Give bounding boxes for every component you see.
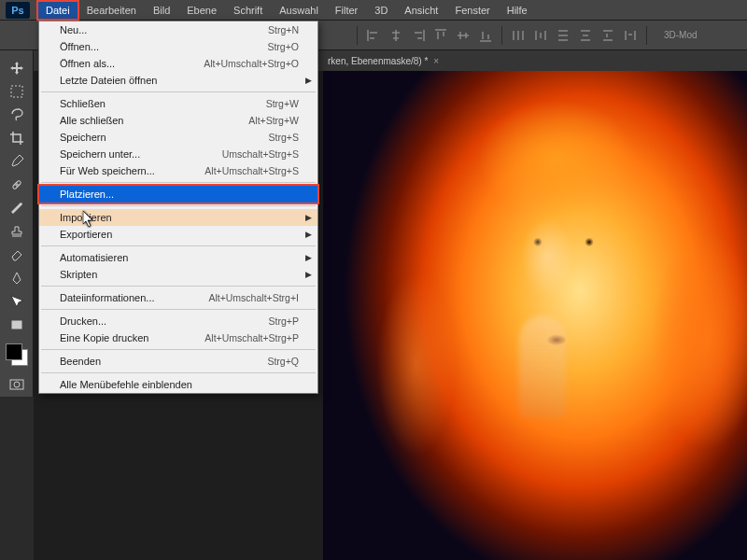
menu-hilfe[interactable]: Hilfe: [499, 1, 536, 20]
document-tab-title: rken, Ebenenmaske/8) *: [328, 56, 428, 66]
menu-item-exportieren[interactable]: Exportieren▶: [39, 226, 317, 243]
menu-item-drucken[interactable]: Drucken...Strg+P: [39, 313, 317, 329]
menu-separator: [41, 91, 316, 92]
menu-item-label: Schließen: [60, 98, 266, 109]
menu-datei[interactable]: Datei: [37, 1, 78, 20]
menu-item-neu[interactable]: Neu...Strg+N: [39, 21, 317, 38]
align-right-icon[interactable]: [410, 27, 427, 44]
align-center-v-icon[interactable]: [455, 27, 472, 44]
menu-fenster[interactable]: Fenster: [446, 1, 498, 20]
menu-item-dateiinformationen[interactable]: Dateiinformationen...Alt+Umschalt+Strg+I: [39, 289, 317, 306]
align-left-icon[interactable]: [365, 27, 382, 44]
distribute-s1-icon[interactable]: [599, 27, 616, 44]
menu-item-label: Skripten: [60, 269, 299, 280]
menu-item-beenden[interactable]: BeendenStrg+Q: [39, 353, 317, 370]
menu-item-label: Öffnen als...: [60, 58, 204, 69]
menubar: Datei Bearbeiten Bild Ebene Schrift Ausw…: [0, 0, 747, 21]
stamp-tool[interactable]: [4, 220, 30, 243]
move-tool[interactable]: [4, 57, 30, 79]
menu-item-ffnen[interactable]: Öffnen...Strg+O: [39, 38, 317, 55]
distribute-vc-icon[interactable]: [577, 27, 594, 44]
path-tool[interactable]: [4, 290, 30, 313]
menu-item-f-r-web-speichern[interactable]: Für Web speichern...Alt+Umschalt+Strg+S: [39, 162, 317, 179]
menu-item-platzieren[interactable]: Platzieren...: [39, 186, 317, 203]
separator: [357, 26, 358, 45]
menu-shortcut: Umschalt+Strg+S: [222, 148, 299, 160]
menu-separator: [41, 205, 316, 206]
menu-item-label: Beenden: [60, 356, 267, 367]
distribute-h-icon[interactable]: [510, 27, 527, 44]
menu-item-skripten[interactable]: Skripten▶: [39, 266, 317, 283]
menu-shortcut: Alt+Umschalt+Strg+S: [204, 165, 299, 176]
pen-tool[interactable]: [4, 267, 30, 289]
menu-shortcut: Strg+S: [269, 132, 299, 143]
menu-filter[interactable]: Filter: [327, 1, 366, 20]
menu-item-label: Neu...: [60, 24, 268, 35]
submenu-arrow-icon: ▶: [305, 230, 312, 239]
menu-shortcut: Alt+Strg+W: [248, 115, 299, 126]
menu-item-label: Exportieren: [60, 229, 299, 240]
app-logo: Ps: [6, 2, 30, 19]
menu-item-eine-kopie-drucken[interactable]: Eine Kopie druckenAlt+Umschalt+Strg+P: [39, 329, 317, 346]
distribute-v-icon[interactable]: [555, 27, 571, 44]
close-icon[interactable]: ×: [433, 56, 439, 66]
brush-tool[interactable]: [4, 197, 30, 219]
menu-schrift[interactable]: Schrift: [225, 1, 271, 20]
menu-item-label: Für Web speichern...: [60, 165, 204, 176]
svg-rect-0: [11, 86, 22, 97]
menu-item-label: Dateiinformationen...: [60, 292, 208, 303]
rectangle-tool[interactable]: [4, 314, 30, 336]
align-bottom-icon[interactable]: [477, 27, 494, 44]
menu-shortcut: Strg+Q: [267, 356, 299, 367]
menu-ebene[interactable]: Ebene: [178, 1, 225, 20]
eyedropper-tool[interactable]: [4, 150, 30, 173]
lasso-tool[interactable]: [4, 104, 30, 126]
menu-shortcut: Strg+O: [267, 41, 299, 52]
document-tab[interactable]: rken, Ebenenmaske/8) * ×: [320, 52, 446, 70]
menu-ansicht[interactable]: Ansicht: [396, 1, 446, 20]
distribute-hc-icon[interactable]: [532, 27, 549, 44]
color-swatches[interactable]: [4, 342, 30, 368]
menu-shortcut: Alt+Umschalt+Strg+I: [208, 292, 299, 303]
menu-item-label: Speichern: [60, 132, 269, 143]
menu-item-letzte-dateien-ffnen[interactable]: Letzte Dateien öffnen▶: [39, 72, 317, 89]
menu-item-speichern-unter[interactable]: Speichern unter...Umschalt+Strg+S: [39, 146, 317, 162]
menu-item-label: Eine Kopie drucken: [60, 332, 204, 343]
healing-tool[interactable]: [4, 174, 30, 196]
distribute-s2-icon[interactable]: [622, 27, 639, 44]
menu-auswahl[interactable]: Auswahl: [271, 1, 327, 20]
menu-item-importieren[interactable]: Importieren▶: [39, 209, 317, 226]
menu-bild[interactable]: Bild: [145, 1, 178, 20]
menu-item-automatisieren[interactable]: Automatisieren▶: [39, 249, 317, 266]
menu-shortcut: Strg+N: [268, 24, 299, 35]
menu-separator: [41, 245, 316, 246]
quickmask-tool[interactable]: [4, 373, 30, 396]
align-center-h-icon[interactable]: [388, 27, 404, 44]
menu-item-label: Öffnen...: [60, 41, 267, 52]
align-top-icon[interactable]: [432, 27, 449, 44]
menu-bearbeiten[interactable]: Bearbeiten: [78, 1, 145, 20]
crop-tool[interactable]: [4, 127, 30, 149]
menu-separator: [41, 286, 316, 287]
menu-item-alle-schlie-en[interactable]: Alle schließenAlt+Strg+W: [39, 112, 317, 129]
menu-shortcut: Alt+Umschalt+Strg+P: [204, 332, 299, 343]
menu-item-label: Speichern unter...: [60, 148, 222, 160]
menu-item-speichern[interactable]: SpeichernStrg+S: [39, 129, 317, 146]
svg-point-4: [14, 382, 20, 387]
toolbox: [0, 50, 34, 397]
menu-item-label: Alle Menübefehle einblenden: [60, 379, 299, 390]
submenu-arrow-icon: ▶: [305, 76, 312, 85]
menu-item-alle-men-befehle-einblenden[interactable]: Alle Menübefehle einblenden: [39, 376, 317, 393]
marquee-tool[interactable]: [4, 80, 30, 103]
menu-3d[interactable]: 3D: [366, 1, 396, 20]
menu-item-label: Alle schließen: [60, 115, 248, 126]
submenu-arrow-icon: ▶: [305, 253, 312, 262]
svg-rect-2: [12, 321, 21, 329]
foreground-color-swatch[interactable]: [6, 343, 22, 360]
menu-item-ffnen-als[interactable]: Öffnen als...Alt+Umschalt+Strg+O: [39, 55, 317, 72]
menu-item-label: Drucken...: [60, 315, 269, 327]
menu-item-schlie-en[interactable]: SchließenStrg+W: [39, 95, 317, 112]
eraser-tool[interactable]: [4, 244, 30, 266]
submenu-arrow-icon: ▶: [305, 270, 312, 279]
menu-separator: [41, 309, 316, 310]
